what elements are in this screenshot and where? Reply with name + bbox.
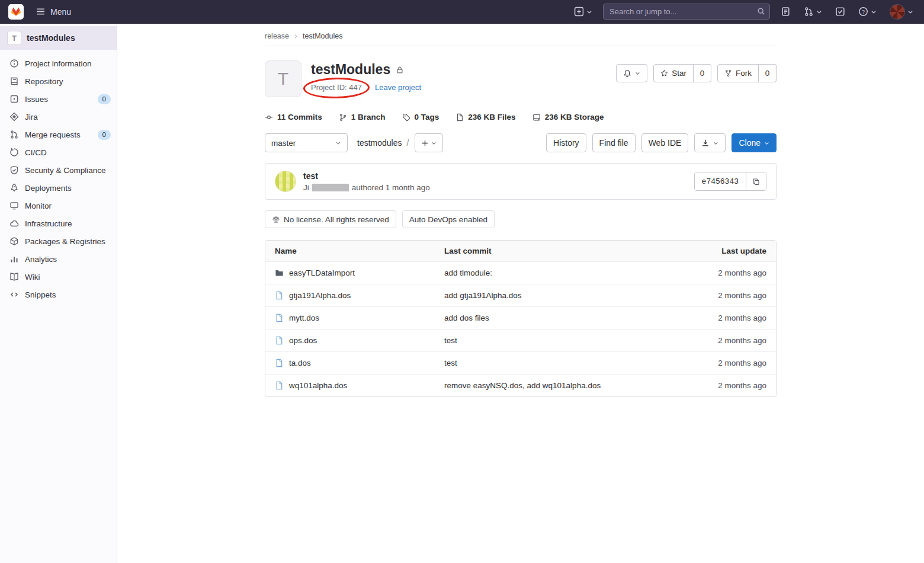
svg-text:?: ?: [862, 9, 865, 15]
menu-button[interactable]: Menu: [32, 3, 75, 21]
stat-storage[interactable]: 236 KB Storage: [532, 113, 604, 121]
merge-request-icon: [9, 130, 19, 139]
commit-message-link[interactable]: add gtja191Alpha.dos: [444, 291, 666, 300]
last-update-cell: 2 months ago: [666, 291, 766, 300]
shield-icon: [9, 165, 19, 175]
user-menu-button[interactable]: [887, 2, 916, 22]
notifications-button[interactable]: [616, 64, 647, 82]
project-id: Project ID: 447: [311, 83, 362, 92]
global-search: [603, 4, 770, 20]
table-row: easyTLDataImport add tlmodule: 2 months …: [265, 261, 776, 284]
commit-message-link[interactable]: test: [303, 171, 430, 181]
project-avatar: T: [265, 60, 301, 97]
history-button[interactable]: History: [546, 133, 586, 152]
sidebar-project-avatar: T: [7, 31, 21, 45]
file-name-link[interactable]: ops.dos: [275, 336, 444, 345]
table-row: ta.dos test 2 months ago: [265, 351, 776, 374]
breadcrumb-group[interactable]: release: [265, 32, 289, 40]
sidebar-item-label: Monitor: [25, 201, 52, 210]
stat-files[interactable]: 236 KB Files: [455, 113, 515, 121]
new-menu-button[interactable]: [572, 4, 595, 19]
fork-icon: [724, 69, 732, 77]
chevron-down-icon: [635, 71, 640, 76]
sidebar-project-header[interactable]: T testModules: [0, 26, 117, 50]
file-name-link[interactable]: wq101alpha.dos: [275, 381, 444, 390]
topbar-left: Menu: [8, 3, 75, 21]
table-row: ops.dos test 2 months ago: [265, 329, 776, 351]
stat-commits[interactable]: 11 Commits: [265, 113, 322, 121]
auto-devops-badge[interactable]: Auto DevOps enabled: [402, 210, 495, 228]
issues-button[interactable]: [778, 4, 793, 19]
issues-icon: [781, 7, 791, 17]
sidebar-item-issues[interactable]: Issues 0: [0, 90, 117, 108]
table-row: mytt.dos add dos files 2 months ago: [265, 306, 776, 329]
commit-message-link[interactable]: test: [444, 336, 666, 345]
project-header-actions: Star 0 Fork 0: [616, 64, 777, 97]
path-separator: /: [406, 138, 409, 148]
rocket-icon: [9, 183, 19, 193]
breadcrumb-project[interactable]: testModules: [303, 32, 342, 40]
issues-count-badge: 0: [98, 94, 111, 104]
sidebar-item-wiki[interactable]: Wiki: [0, 268, 117, 286]
star-button[interactable]: Star: [653, 64, 694, 82]
stat-branches[interactable]: 1 Branch: [339, 113, 386, 121]
project-stats: 11 Commits 1 Branch 0 Tags: [265, 113, 777, 121]
sidebar-item-repository[interactable]: Repository: [0, 72, 117, 90]
path-root[interactable]: testmodules: [357, 138, 402, 148]
web-ide-button[interactable]: Web IDE: [641, 133, 689, 152]
star-group: Star 0: [653, 64, 711, 82]
file-name-link[interactable]: mytt.dos: [275, 314, 444, 322]
file-name-link[interactable]: easyTLDataImport: [275, 268, 444, 277]
sidebar-item-jira[interactable]: Jira: [0, 108, 117, 126]
help-button[interactable]: ?: [856, 4, 879, 19]
copy-sha-button[interactable]: [746, 172, 766, 190]
column-header-name: Name: [275, 247, 444, 255]
fork-count[interactable]: 0: [759, 64, 777, 82]
clone-button[interactable]: Clone: [732, 133, 777, 152]
commit-message-link[interactable]: add dos files: [444, 314, 666, 322]
add-file-button[interactable]: [415, 133, 443, 152]
find-file-button[interactable]: Find file: [592, 133, 636, 152]
commit-message-link[interactable]: test: [444, 359, 666, 367]
tag-icon: [402, 113, 410, 121]
stat-tags[interactable]: 0 Tags: [402, 113, 439, 121]
commit-authored-text: authored 1 month ago: [352, 183, 430, 192]
sidebar-item-deployments[interactable]: Deployments: [0, 179, 117, 197]
file-name-link[interactable]: gtja191Alpha.dos: [275, 291, 444, 300]
sidebar-item-cicd[interactable]: CI/CD: [0, 143, 117, 161]
gitlab-logo[interactable]: [8, 4, 24, 20]
file-icon: [275, 336, 284, 345]
sidebar-item-label: Wiki: [25, 273, 40, 282]
sidebar-item-infrastructure[interactable]: Infrastructure: [0, 215, 117, 232]
merge-requests-button[interactable]: [801, 4, 824, 19]
sidebar-item-monitor[interactable]: Monitor: [0, 197, 117, 215]
sidebar-item-security-compliance[interactable]: Security & Compliance: [0, 161, 117, 179]
sidebar-item-merge-requests[interactable]: Merge requests 0: [0, 126, 117, 143]
leave-project-link[interactable]: Leave project: [375, 83, 421, 92]
redacted-author-name: [312, 184, 349, 191]
fork-button[interactable]: Fork: [717, 64, 759, 82]
merge-requests-count-badge: 0: [98, 130, 111, 140]
license-button[interactable]: No license. All rights reserved: [265, 210, 396, 228]
branch-selector[interactable]: master: [265, 133, 348, 152]
project-title-block: testModules Project ID: 447 Leave projec…: [311, 60, 421, 97]
search-input[interactable]: [603, 4, 770, 20]
lock-icon: [396, 66, 404, 74]
sidebar-item-label: Issues: [25, 95, 48, 104]
main-content: release testModules T testModules Proje: [117, 24, 924, 563]
commit-sha: e7456343: [695, 172, 746, 190]
file-name-link[interactable]: ta.dos: [275, 359, 444, 367]
sidebar-item-analytics[interactable]: Analytics: [0, 250, 117, 268]
download-button[interactable]: [694, 133, 726, 152]
star-count[interactable]: 0: [694, 64, 711, 82]
chart-icon: [9, 254, 19, 264]
sidebar-item-project-information[interactable]: Project information: [0, 55, 117, 72]
commit-message-link[interactable]: remove easyNSQ.dos, add wq101alpha.dos: [444, 381, 666, 390]
todos-button[interactable]: [833, 4, 848, 19]
sidebar-item-packages-registries[interactable]: Packages & Registries: [0, 232, 117, 250]
sidebar-item-snippets[interactable]: Snippets: [0, 286, 117, 303]
commit-message-link[interactable]: add tlmodule:: [444, 268, 666, 277]
tree-controls: master testmodules / History Find file: [265, 133, 777, 152]
sidebar-item-label: Snippets: [25, 290, 56, 299]
commit-author-avatar[interactable]: [275, 171, 296, 192]
